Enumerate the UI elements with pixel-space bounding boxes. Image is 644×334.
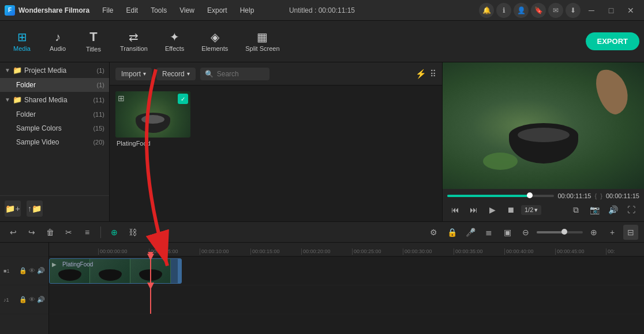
- sidebar-section-shared-media[interactable]: ▼ 📁 Shared Media (11): [0, 92, 109, 107]
- progress-thumb[interactable]: [527, 192, 533, 198]
- import-dropdown[interactable]: Import ▾: [115, 68, 152, 80]
- collapse-arrow-2: ▼: [5, 97, 10, 103]
- preview-greens: [483, 153, 518, 170]
- menu-export[interactable]: Export: [201, 4, 233, 17]
- search-input[interactable]: [217, 70, 263, 78]
- media-panel: Import ▾ Record ▾ 🔍 ⚡ ⠿: [110, 62, 442, 221]
- new-folder-button[interactable]: 📁+: [5, 201, 21, 217]
- eye-track-icon[interactable]: 👁: [29, 267, 35, 274]
- sidebar-item-sample-colors[interactable]: Sample Colors (15): [0, 121, 109, 135]
- panel-resize-button[interactable]: ⊟: [623, 225, 638, 240]
- sidebar-item-sample-video[interactable]: Sample Video (20): [0, 135, 109, 149]
- ruler-mark-10: 00:: [606, 248, 644, 255]
- filter-icon[interactable]: ⚡: [415, 69, 426, 79]
- tab-effects[interactable]: ✦ Effects: [157, 28, 192, 55]
- menu-file[interactable]: File: [96, 4, 119, 17]
- audio-icon: ♪: [55, 31, 61, 43]
- tab-titles[interactable]: T Titles: [76, 27, 111, 56]
- maximize-button[interactable]: □: [602, 2, 620, 18]
- search-box[interactable]: 🔍: [200, 68, 269, 80]
- speaker-audio-icon[interactable]: 🔊: [37, 296, 45, 303]
- video-track-1: ▶ PlatingFood: [49, 257, 644, 285]
- zoom-thumb[interactable]: [561, 229, 567, 235]
- tab-splitscreen[interactable]: ▦ Split Screen: [237, 28, 287, 55]
- speaker-track-icon[interactable]: 🔊: [37, 267, 45, 274]
- sidebar-item-folder[interactable]: Folder (1): [0, 78, 109, 92]
- project-media-count: (1): [97, 67, 104, 74]
- notification-icon[interactable]: 🔔: [479, 3, 494, 18]
- redo-button[interactable]: ↪: [24, 225, 39, 240]
- import-folder-button[interactable]: ↑📁: [27, 201, 43, 217]
- timeline-ruler: 00:00:00:00 00:00:05:00 00:00:10:00 00:0…: [49, 243, 644, 257]
- grid-icon[interactable]: ⠿: [430, 69, 436, 79]
- mail-icon[interactable]: ✉: [548, 3, 563, 18]
- snapshot-button[interactable]: 📷: [586, 202, 602, 218]
- minimize-button[interactable]: ─: [583, 2, 600, 18]
- sample-video-count: (20): [93, 139, 104, 146]
- menu-tools[interactable]: Tools: [145, 4, 173, 17]
- ruler-mark-7: 00:00:35:00: [454, 248, 504, 255]
- sidebar-item-shared-folder[interactable]: Folder (11): [0, 107, 109, 121]
- zoom-out-button[interactable]: ⊖: [518, 225, 533, 240]
- eye-audio-icon[interactable]: 👁: [29, 296, 35, 303]
- delete-button[interactable]: 🗑: [43, 225, 58, 240]
- clip-frame-bowl-1: [58, 269, 81, 281]
- clip-end-marker[interactable]: [178, 259, 181, 283]
- main-area: ▼ 📁 Project Media (1) Folder (1) ▼ 📁 Sha…: [0, 62, 644, 221]
- close-button[interactable]: ✕: [622, 2, 639, 18]
- info-icon[interactable]: ℹ: [496, 3, 511, 18]
- progress-track[interactable]: [447, 195, 554, 197]
- ruler-mark-1: 00:00:05:00: [149, 248, 200, 255]
- user-icon[interactable]: 👤: [514, 3, 529, 18]
- zoom-track[interactable]: [537, 231, 583, 233]
- cut-button[interactable]: ✂: [61, 225, 76, 240]
- track-label-audio-1: ♪1 🔒 👁 🔊: [0, 285, 48, 314]
- playhead[interactable]: [150, 257, 151, 285]
- sidebar-section-project-media[interactable]: ▼ 📁 Project Media (1): [0, 62, 109, 78]
- add-track-button[interactable]: +: [605, 225, 620, 240]
- menu-help[interactable]: Help: [234, 4, 260, 17]
- preview-hand: [591, 65, 634, 118]
- record-dropdown[interactable]: Record ▾: [156, 68, 196, 80]
- app-name: Wondershare Filmora: [18, 6, 89, 14]
- tab-transition[interactable]: ⇄ Transition: [112, 28, 156, 55]
- menu-view[interactable]: View: [174, 4, 200, 17]
- download-icon[interactable]: ⬇: [566, 3, 581, 18]
- menu-edit[interactable]: Edit: [120, 4, 144, 17]
- lock-track-icon[interactable]: 🔒: [19, 267, 27, 274]
- undo-button[interactable]: ↩: [6, 225, 21, 240]
- export-button[interactable]: EXPORT: [586, 32, 639, 50]
- skip-back-button[interactable]: ⏮: [447, 202, 463, 218]
- link-button[interactable]: ⛓: [125, 225, 140, 240]
- tab-elements-label: Elements: [201, 45, 228, 52]
- lock-button[interactable]: 🔒: [444, 225, 459, 240]
- video-clip-platingfood[interactable]: ▶ PlatingFood: [49, 258, 182, 284]
- fullscreen-button[interactable]: ⛶: [623, 202, 639, 218]
- ripple-button[interactable]: ⚙: [426, 225, 441, 240]
- toolbar: ⊞ Media ♪ Audio T Titles ⇄ Transition ✦ …: [0, 21, 644, 62]
- lock-audio-icon[interactable]: 🔒: [19, 296, 27, 303]
- stop-button[interactable]: ⏹: [503, 202, 519, 218]
- tab-media[interactable]: ⊞ Media: [5, 28, 39, 55]
- project-media-label: Project Media: [24, 66, 66, 75]
- magnet-button[interactable]: ⊕: [107, 225, 122, 240]
- bookmark-icon[interactable]: 🔖: [531, 3, 546, 18]
- step-back-button[interactable]: ⏭: [466, 202, 482, 218]
- clip-frame-2: [90, 259, 130, 283]
- play-button[interactable]: ▶: [484, 202, 500, 218]
- audio-settings-button[interactable]: ≡: [80, 225, 95, 240]
- pip-button[interactable]: ⧉: [568, 202, 584, 218]
- sample-video-label: Sample Video: [16, 138, 59, 146]
- tab-audio[interactable]: ♪ Audio: [40, 28, 75, 55]
- speed-selector[interactable]: 1/2 ▾: [521, 205, 541, 215]
- shared-media-label: Shared Media: [24, 96, 68, 104]
- volume-button[interactable]: 🔊: [605, 202, 621, 218]
- check-overlay: ✓: [178, 94, 188, 104]
- preview-video: [443, 62, 644, 189]
- mic-button[interactable]: 🎤: [463, 225, 478, 240]
- media-item-platingfood[interactable]: ⊞ ✓ PlatingFood: [115, 91, 196, 147]
- pip2-button[interactable]: ▣: [500, 225, 515, 240]
- tab-elements[interactable]: ◈ Elements: [193, 28, 236, 55]
- zoom-in-button[interactable]: ⊕: [586, 225, 601, 240]
- caption-button[interactable]: ≣: [481, 225, 496, 240]
